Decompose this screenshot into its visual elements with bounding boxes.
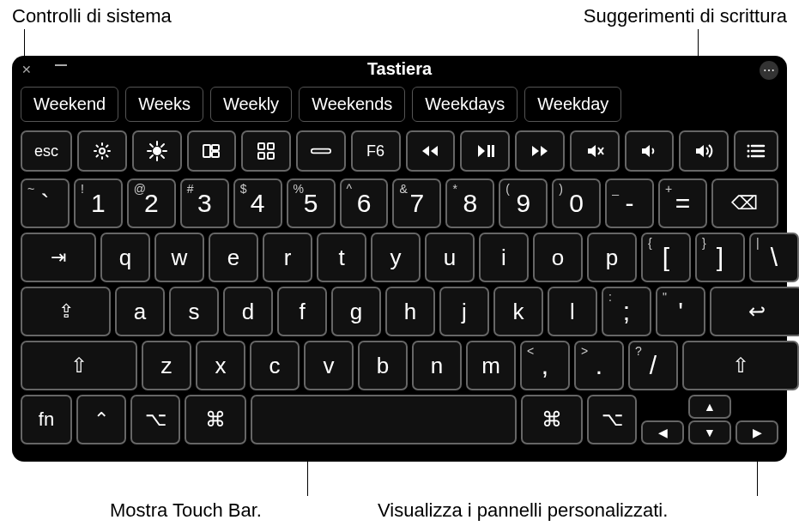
key-e[interactable]: e bbox=[209, 233, 258, 282]
volume-down-icon[interactable] bbox=[625, 130, 675, 172]
key-quote[interactable]: "' bbox=[656, 287, 705, 336]
mute-icon[interactable] bbox=[570, 130, 620, 172]
key-control[interactable]: ⌃ bbox=[76, 395, 126, 444]
key-return[interactable]: ↩ bbox=[710, 287, 799, 336]
key-1[interactable]: !1 bbox=[74, 178, 123, 228]
svg-rect-20 bbox=[212, 152, 219, 157]
key-n[interactable]: n bbox=[412, 341, 462, 390]
key-option-left[interactable]: ⌥ bbox=[130, 395, 180, 444]
key-slash[interactable]: ?/ bbox=[628, 341, 678, 390]
key-p[interactable]: p bbox=[587, 233, 637, 282]
suggestion-item[interactable]: Weekends bbox=[299, 87, 405, 122]
key-arrow-left[interactable]: ◀ bbox=[641, 420, 684, 444]
key-h[interactable]: h bbox=[385, 287, 435, 336]
custom-panels-icon[interactable] bbox=[734, 130, 778, 172]
svg-rect-25 bbox=[312, 149, 330, 154]
key-7[interactable]: &7 bbox=[392, 178, 441, 228]
svg-line-15 bbox=[161, 155, 164, 158]
key-3[interactable]: #3 bbox=[180, 178, 229, 228]
suggestion-item[interactable]: Weekly bbox=[210, 87, 292, 122]
svg-rect-30 bbox=[492, 145, 494, 157]
key-d[interactable]: d bbox=[223, 287, 273, 336]
key-5[interactable]: %5 bbox=[287, 178, 336, 228]
key-left-shift[interactable]: ⇧ bbox=[21, 341, 137, 390]
rewind-icon[interactable] bbox=[406, 130, 456, 172]
key-space[interactable] bbox=[251, 395, 517, 444]
key-2[interactable]: @2 bbox=[127, 178, 176, 228]
key-9[interactable]: (9 bbox=[499, 178, 548, 228]
window-title: Tastiera bbox=[12, 59, 787, 79]
key-option-right[interactable]: ⌥ bbox=[587, 395, 637, 444]
suggestion-item[interactable]: Weekdays bbox=[412, 87, 518, 122]
key-esc[interactable]: esc bbox=[21, 130, 72, 172]
key-backtick[interactable]: ~` bbox=[21, 178, 70, 228]
fast-forward-icon[interactable] bbox=[515, 130, 565, 172]
key-minus[interactable]: _- bbox=[605, 178, 654, 228]
key-b[interactable]: b bbox=[358, 341, 408, 390]
key-q[interactable]: q bbox=[100, 233, 150, 282]
key-8[interactable]: *8 bbox=[445, 178, 494, 228]
key-backslash[interactable]: |\ bbox=[749, 233, 799, 282]
key-period[interactable]: >. bbox=[574, 341, 624, 390]
key-tab[interactable]: ⇥ bbox=[21, 233, 96, 282]
accessibility-keyboard-window: ✕ Tastiera ⋯ Weekend Weeks Weekly Weeken… bbox=[12, 56, 787, 462]
key-t[interactable]: t bbox=[317, 233, 366, 282]
svg-line-6 bbox=[106, 155, 108, 157]
svg-marker-27 bbox=[431, 146, 438, 156]
key-capslock[interactable]: ⇪ bbox=[21, 287, 111, 336]
key-fn[interactable]: fn bbox=[21, 395, 72, 444]
key-s[interactable]: s bbox=[169, 287, 219, 336]
key-j[interactable]: j bbox=[439, 287, 489, 336]
key-equals[interactable]: += bbox=[658, 178, 707, 228]
key-arrow-right[interactable]: ▶ bbox=[735, 420, 778, 444]
suggestion-item[interactable]: Weekend bbox=[21, 87, 118, 122]
key-row-modifiers: fn ⌃ ⌥ ⌘ ⌘ ⌥ ◀ ▲ ▼ ▶ bbox=[21, 395, 778, 444]
key-right-shift[interactable]: ⇧ bbox=[682, 341, 799, 390]
key-backspace[interactable]: ⌫ bbox=[711, 178, 778, 228]
key-comma[interactable]: <, bbox=[520, 341, 570, 390]
key-m[interactable]: m bbox=[466, 341, 516, 390]
play-pause-icon[interactable] bbox=[460, 130, 510, 172]
key-w[interactable]: w bbox=[154, 233, 204, 282]
key-f6[interactable]: F6 bbox=[351, 130, 401, 172]
key-command-left[interactable]: ⌘ bbox=[185, 395, 246, 444]
key-v[interactable]: v bbox=[304, 341, 354, 390]
key-4[interactable]: $4 bbox=[233, 178, 282, 228]
key-6[interactable]: ^6 bbox=[340, 178, 389, 228]
key-c[interactable]: c bbox=[250, 341, 300, 390]
key-i[interactable]: i bbox=[479, 233, 529, 282]
key-arrow-up[interactable]: ▲ bbox=[688, 395, 731, 419]
key-semicolon[interactable]: :; bbox=[602, 287, 651, 336]
key-a[interactable]: a bbox=[115, 287, 165, 336]
key-arrow-down[interactable]: ▼ bbox=[688, 420, 731, 444]
svg-point-42 bbox=[748, 150, 750, 153]
key-command-right[interactable]: ⌘ bbox=[521, 395, 583, 444]
mission-control-icon[interactable] bbox=[187, 130, 237, 172]
svg-point-43 bbox=[748, 155, 750, 158]
launchpad-icon[interactable] bbox=[241, 130, 291, 172]
key-o[interactable]: o bbox=[533, 233, 583, 282]
svg-line-5 bbox=[96, 146, 98, 148]
key-u[interactable]: u bbox=[425, 233, 475, 282]
key-right-bracket[interactable]: }] bbox=[695, 233, 745, 282]
volume-up-icon[interactable] bbox=[679, 130, 729, 172]
svg-marker-32 bbox=[541, 146, 548, 156]
show-touchbar-icon[interactable] bbox=[296, 130, 346, 172]
key-k[interactable]: k bbox=[493, 287, 543, 336]
key-row-qwerty: ⇥ q w e r t y u i o p {[ }] |\ bbox=[21, 233, 778, 282]
brightness-down-icon[interactable] bbox=[77, 130, 127, 172]
key-left-bracket[interactable]: {[ bbox=[641, 233, 691, 282]
key-y[interactable]: y bbox=[371, 233, 421, 282]
suggestion-item[interactable]: Weeks bbox=[125, 87, 203, 122]
key-z[interactable]: z bbox=[142, 341, 191, 390]
key-g[interactable]: g bbox=[331, 287, 381, 336]
key-f[interactable]: f bbox=[277, 287, 327, 336]
svg-rect-24 bbox=[268, 153, 274, 159]
key-x[interactable]: x bbox=[196, 341, 245, 390]
key-l[interactable]: l bbox=[548, 287, 597, 336]
more-options-icon[interactable]: ⋯ bbox=[760, 61, 778, 80]
suggestion-item[interactable]: Weekday bbox=[524, 87, 621, 122]
key-r[interactable]: r bbox=[263, 233, 312, 282]
brightness-up-icon[interactable] bbox=[132, 130, 182, 172]
key-0[interactable]: )0 bbox=[552, 178, 601, 228]
